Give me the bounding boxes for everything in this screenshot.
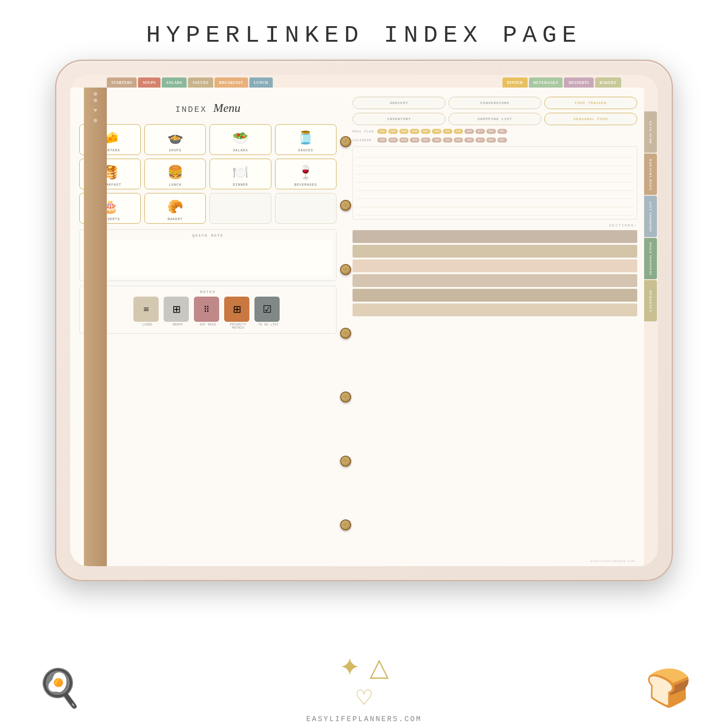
tab-breakfast[interactable]: BREAKFAST [215, 77, 248, 88]
salads-icon: 🥗 [212, 128, 269, 147]
dot-grid-icon: ⠿ [204, 304, 210, 314]
month-oct[interactable]: OCT [475, 129, 485, 134]
cal-apr[interactable]: APR [410, 138, 419, 143]
meal-plan-months: JAN FEB MAR APR MAY JUN JUL AUG SEP OCT … [377, 129, 507, 134]
dot-grid-label: DOT GRID [194, 323, 221, 326]
tab-starters[interactable]: STARTERS [107, 77, 137, 88]
shopping-list-button[interactable]: SHOPPING LIST [448, 113, 541, 125]
side-tab-meal-plan[interactable]: MEAL PLAN [644, 111, 657, 153]
cal-feb[interactable]: FEB [388, 138, 398, 143]
food-cell-lunch[interactable]: 🍔 LUNCH [144, 159, 206, 189]
month-feb[interactable]: FEB [388, 129, 398, 134]
tab-soups[interactable]: SOUPS [138, 77, 160, 88]
month-jun[interactable]: JUN [432, 129, 441, 134]
empty-icon-1 [212, 197, 269, 215]
tab-desserts[interactable]: DESSERTS [564, 77, 594, 88]
right-page: GROCERY CONVERSIONS FOOD TRACKER INVENTO… [346, 88, 644, 566]
note-type-graph[interactable]: ⊞ GRAPH [164, 297, 191, 330]
quick-note-area[interactable] [83, 240, 332, 277]
month-mar[interactable]: MAR [399, 129, 409, 134]
tablet: STARTERS SOUPS SALADS SAUCES BREAKFAST L… [55, 60, 673, 581]
tab-beverages[interactable]: BEVERAGES [529, 77, 563, 88]
inventory-button[interactable]: INVENTORY [353, 113, 446, 125]
side-tab-food-tracker[interactable]: FOOD TRACKER [644, 154, 657, 195]
cal-dec[interactable]: DEC [497, 138, 507, 143]
note-line [356, 166, 634, 174]
spine-decoration [94, 99, 97, 102]
tab-sauces[interactable]: SAUCES [188, 77, 213, 88]
bakery-icon: 🥐 [147, 197, 204, 215]
cal-sep[interactable]: SEP [464, 138, 474, 143]
ring-2 [340, 200, 351, 211]
side-tab-shopping-list[interactable]: SHOPPING LIST [644, 196, 657, 237]
graph-box: ⊞ [164, 297, 189, 322]
tablet-screen: STARTERS SOUPS SALADS SAUCES BREAKFAST L… [70, 75, 658, 566]
ring-5 [340, 392, 351, 403]
note-type-priority[interactable]: ⊞ PRIORITY MATRIX [224, 297, 252, 330]
cal-may[interactable]: MAY [421, 138, 430, 143]
calendar-months: JAN FEB MAR APR MAY JUN JUL AUG SEP OCT … [377, 138, 507, 143]
lined-box: ≡ [133, 297, 159, 322]
page-title: HYPERLINKED INDEX PAGE [0, 0, 728, 49]
tab-lunch[interactable]: LUNCH [249, 77, 273, 88]
conversions-button[interactable]: CONVERSIONS [448, 97, 541, 109]
top-buttons-row1: GROCERY CONVERSIONS FOOD TRACKER [353, 97, 637, 109]
spine-decoration [94, 92, 97, 96]
grocery-button[interactable]: GROCERY [353, 97, 446, 109]
todo-label: TO DO LIST [254, 323, 282, 326]
cal-mar[interactable]: MAR [399, 138, 409, 143]
section-bar-3 [353, 259, 637, 272]
ring-1 [340, 136, 351, 147]
star-cutter-icon: ✦ [339, 652, 360, 682]
food-cell-dinner[interactable]: 🍽️ DINNER [210, 159, 271, 189]
month-apr[interactable]: APR [410, 129, 419, 134]
month-aug[interactable]: AUG [454, 129, 463, 134]
index-word: INDEX [175, 105, 213, 114]
lunch-label: LUNCH [147, 183, 204, 187]
food-tracker-button[interactable]: FOOD TRACKER [544, 97, 637, 109]
watermark: EASYLIFEPLANNERS.COM [590, 560, 635, 563]
tab-salads[interactable]: SALADS [162, 77, 187, 88]
month-jan[interactable]: JAN [377, 129, 387, 134]
cal-aug[interactable]: AUG [454, 138, 463, 143]
month-may[interactable]: MAY [421, 129, 430, 134]
spine-decoration [94, 119, 97, 122]
cal-oct[interactable]: OCT [475, 138, 485, 143]
todo-icon: ☑ [263, 303, 272, 315]
bottom-cutters: ♡ [355, 685, 373, 710]
month-nov[interactable]: NOV [486, 129, 496, 134]
tab-dinner[interactable]: DINNER [502, 77, 528, 88]
note-type-lined[interactable]: ≡ LINED [133, 297, 161, 330]
notes-label: NOTES [83, 290, 332, 294]
month-jul[interactable]: JUL [443, 129, 452, 134]
left-spine: ♥ [84, 88, 107, 566]
seasonal-food-button[interactable]: SEASONAL FOOD [544, 113, 637, 125]
food-cell-bakery[interactable]: 🥐 BAKERY [144, 193, 206, 224]
month-sep[interactable]: SEP [464, 129, 474, 134]
side-tab-calendar[interactable]: CALENDAR [644, 280, 657, 321]
food-cell-beverages[interactable]: 🍷 BEVERAGES [275, 159, 336, 189]
food-cell-soups[interactable]: 🍲 SOUPS [144, 124, 206, 155]
lunch-icon: 🍔 [147, 163, 204, 181]
dinner-icon: 🍽️ [212, 163, 269, 181]
cal-jul[interactable]: JUL [443, 138, 452, 143]
menu-word: Menu [213, 101, 240, 115]
bakery-label: BAKERY [147, 217, 204, 221]
food-cell-sauces[interactable]: 🫙 SAUCES [275, 124, 336, 155]
graph-label: GRAPH [164, 323, 191, 326]
food-cell-empty-1 [210, 193, 271, 224]
note-line [356, 191, 634, 199]
note-type-dot-grid[interactable]: ⠿ DOT GRID [194, 297, 221, 330]
cal-jan[interactable]: JAN [377, 138, 387, 143]
side-tab-seasonal-food[interactable]: SEASONAL FOOD [644, 238, 657, 279]
tab-bakery[interactable]: BAKERY [595, 77, 621, 88]
cal-nov[interactable]: NOV [486, 138, 496, 143]
food-cell-salads[interactable]: 🥗 SALADS [210, 124, 271, 155]
cal-jun[interactable]: JUN [432, 138, 441, 143]
soups-icon: 🍲 [147, 128, 204, 147]
binding-rings [336, 100, 355, 566]
note-type-todo[interactable]: ☑ TO DO LIST [254, 297, 282, 330]
sauces-icon: 🫙 [277, 128, 334, 147]
month-dec[interactable]: DEC [497, 129, 507, 134]
lined-label: LINED [133, 323, 161, 326]
